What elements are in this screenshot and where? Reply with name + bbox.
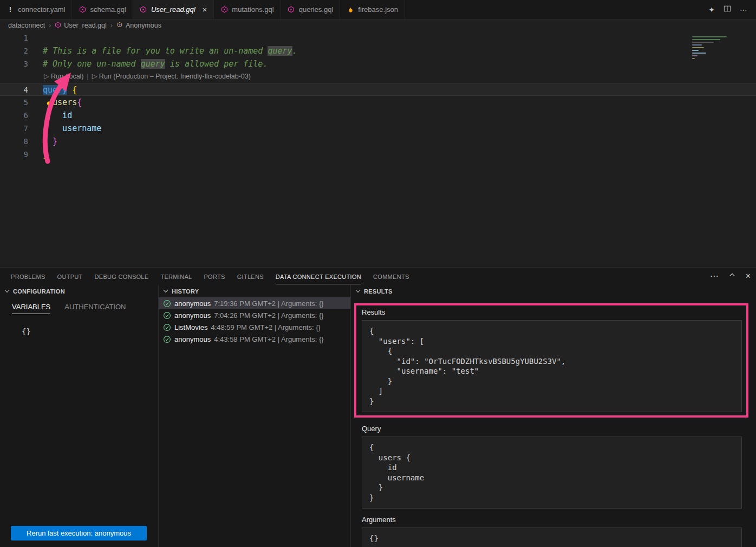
- chevron-down-icon: [5, 288, 9, 292]
- query-group: Query { users { id username } }: [362, 425, 742, 509]
- panel-tab-gitlens[interactable]: GITLENS: [237, 269, 264, 284]
- history-item[interactable]: anonymous 7:04:26 PM GMT+2 | Arguments: …: [159, 309, 350, 321]
- panel-maximize-icon[interactable]: [728, 271, 736, 281]
- history-item-meta: 7:19:36 PM GMT+2 | Arguments: {}: [214, 299, 323, 308]
- panel-tab-bar: PROBLEMS OUTPUT DEBUG CONSOLE TERMINAL P…: [0, 268, 756, 285]
- line-number: 7: [0, 122, 28, 135]
- panel-tab-ports[interactable]: PORTS: [204, 269, 225, 284]
- arguments-text: {}: [362, 528, 742, 547]
- code-line-9: 9 }: [0, 148, 756, 161]
- codelens-run-local-link[interactable]: ▷ Run (local): [44, 73, 84, 80]
- breadcrumb-item-dataconnect[interactable]: dataconnect: [8, 22, 45, 29]
- configuration-header[interactable]: CONFIGURATION: [0, 285, 158, 297]
- results-label: Results: [362, 308, 742, 316]
- configuration-section: CONFIGURATION VARIABLES AUTHENTICATION {…: [0, 285, 159, 547]
- code-line-5: 5 users{: [0, 96, 756, 109]
- variables-value[interactable]: {}: [22, 327, 158, 336]
- tab-authentication[interactable]: AUTHENTICATION: [64, 303, 126, 314]
- history-item[interactable]: ListMovies 4:48:59 PM GMT+2 | Arguments:…: [159, 321, 350, 333]
- tab-variables[interactable]: VARIABLES: [12, 303, 50, 314]
- breadcrumb-separator: ›: [110, 22, 113, 29]
- code-line-7: 7 username: [0, 122, 756, 135]
- word-highlight: query: [268, 46, 292, 56]
- history-item[interactable]: anonymous 4:43:58 PM GMT+2 | Arguments: …: [159, 333, 350, 345]
- bottom-panel: PROBLEMS OUTPUT DEBUG CONSOLE TERMINAL P…: [0, 267, 756, 547]
- breadcrumb-item-symbol[interactable]: Anonymous: [116, 22, 161, 30]
- panel-tab-terminal[interactable]: TERMINAL: [160, 269, 192, 284]
- history-item-name: anonymous: [174, 335, 211, 343]
- code-line-6: 6 id: [0, 109, 756, 122]
- history-item[interactable]: anonymous 7:19:36 PM GMT+2 | Arguments: …: [159, 297, 350, 309]
- panel-tab-output[interactable]: OUTPUT: [57, 269, 83, 284]
- annotation-highlight-box: Results { "users": [ { "id": "OrTucFODZH…: [354, 303, 748, 418]
- yaml-file-icon: !: [6, 5, 14, 14]
- firebase-icon: [347, 6, 354, 13]
- breadcrumb: dataconnect › User_read.gql › Anonymous: [0, 19, 756, 31]
- results-section: RESULTS Results { "users": [ { "id": "Or…: [351, 285, 756, 547]
- graphql-icon: [220, 6, 228, 13]
- minimap[interactable]: [692, 34, 748, 61]
- panel-actions: ⋯ ×: [710, 271, 751, 281]
- close-tab-icon[interactable]: ×: [203, 5, 207, 14]
- check-circle-icon: [163, 323, 171, 331]
- arguments-group: Arguments {}: [362, 516, 742, 547]
- line-number: 1: [0, 31, 28, 44]
- tab-connector-yaml[interactable]: ! connector.yaml: [0, 0, 72, 19]
- history-header[interactable]: HISTORY: [159, 285, 350, 297]
- more-actions-icon[interactable]: ⋯: [740, 5, 747, 14]
- rerun-last-execution-button[interactable]: Rerun last execution: anonymous: [11, 526, 147, 541]
- tab-schema-gql[interactable]: schema.gql: [72, 0, 133, 19]
- line-number: 5: [0, 96, 28, 109]
- copilot-sparkle-icon[interactable]: ✦: [708, 5, 715, 14]
- history-item-name: ListMovies: [174, 323, 207, 331]
- history-item-meta: 4:48:59 PM GMT+2 | Arguments: {}: [211, 323, 320, 331]
- configuration-tabs: VARIABLES AUTHENTICATION: [0, 297, 158, 314]
- tab-label: schema.gql: [90, 5, 126, 14]
- tab-user-read-gql[interactable]: User_read.gql ×: [133, 0, 214, 19]
- panel-tab-problems[interactable]: PROBLEMS: [11, 269, 45, 284]
- line-number: 8: [0, 135, 28, 148]
- tab-label: queries.gql: [299, 5, 334, 14]
- line-number: 4: [0, 83, 28, 95]
- breadcrumb-item-file[interactable]: User_read.gql: [55, 22, 107, 30]
- graphql-icon: [55, 22, 61, 30]
- line-number: 3: [0, 57, 28, 70]
- code-line-4: 4 query {: [0, 83, 756, 96]
- tab-queries-gql[interactable]: queries.gql: [281, 0, 341, 19]
- code-line-3: 3 # Only one un-named query is allowed p…: [0, 57, 756, 70]
- graphql-icon: [79, 6, 86, 13]
- graphql-icon: [140, 6, 147, 13]
- code-editor[interactable]: 1 2 # This is a file for you to write an…: [0, 31, 756, 267]
- panel-more-icon[interactable]: ⋯: [710, 272, 719, 281]
- graphql-icon: [288, 6, 295, 13]
- query-text: { users { id username } }: [362, 437, 742, 509]
- tab-label: connector.yaml: [18, 5, 65, 14]
- results-header[interactable]: RESULTS: [351, 285, 756, 297]
- panel-tab-debug-console[interactable]: DEBUG CONSOLE: [95, 269, 149, 284]
- tab-firebase-json[interactable]: firebase.json: [340, 0, 405, 19]
- panel-tab-data-connect-execution[interactable]: DATA CONNECT EXECUTION: [276, 269, 361, 284]
- selected-word: query: [43, 85, 67, 95]
- check-circle-icon: [163, 311, 171, 320]
- editor-tab-bar: ! connector.yaml schema.gql User_read.gq…: [0, 0, 756, 19]
- panel-close-icon[interactable]: ×: [746, 272, 751, 281]
- codelens-row: ▷ Run (local)|▷ Run (Production – Projec…: [0, 70, 756, 83]
- word-highlight: query: [141, 59, 165, 69]
- code-line-1: 1: [0, 31, 756, 44]
- tab-label: mutations.gql: [232, 5, 273, 14]
- codelens-run-production-link[interactable]: ▷ Run (Production – Project: friendly-fl…: [92, 73, 251, 80]
- split-editor-icon[interactable]: [724, 5, 731, 14]
- panel-tab-comments[interactable]: COMMENTS: [373, 269, 409, 284]
- results-json: { "users": [ { "id": "OrTucFODZHTksvBSBU…: [362, 320, 742, 412]
- line-number: 6: [0, 109, 28, 122]
- tab-mutations-gql[interactable]: mutations.gql: [214, 0, 281, 19]
- chevron-down-icon: [164, 288, 168, 292]
- editor-actions: ✦ ⋯: [700, 0, 756, 19]
- tab-label: firebase.json: [358, 5, 398, 14]
- code-line-2: 2 # This is a file for you to write an u…: [0, 44, 756, 57]
- line-number: 9: [0, 148, 28, 161]
- query-label: Query: [362, 425, 742, 433]
- symbol-operation-icon: [116, 22, 123, 30]
- tab-label: User_read.gql: [151, 5, 195, 14]
- breadcrumb-separator: ›: [49, 22, 51, 29]
